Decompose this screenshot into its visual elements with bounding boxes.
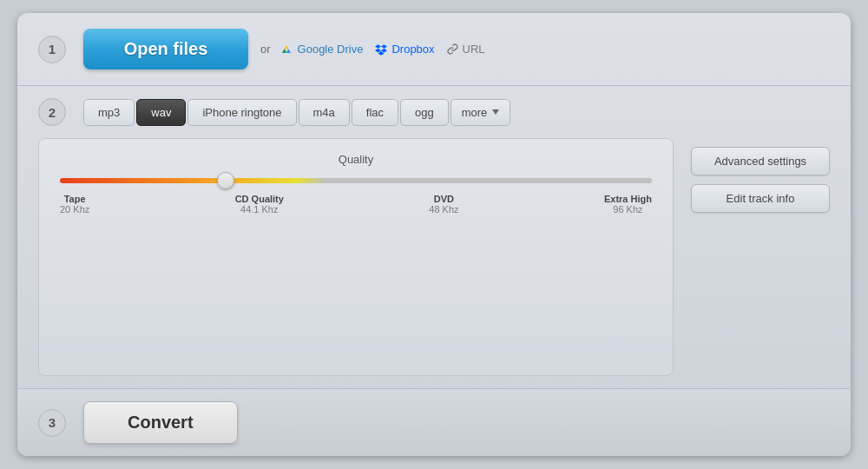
tab-mp3[interactable]: mp3 [83,99,135,126]
open-files-button[interactable]: Open files [83,29,248,69]
google-drive-icon [279,43,293,56]
url-link[interactable]: URL [447,43,485,56]
step1-number: 1 [38,36,66,63]
more-chevron-icon [492,109,499,115]
tab-ogg[interactable]: ogg [400,99,449,126]
marker-dvd: DVD 48 Khz [429,194,458,215]
or-text: or [260,43,271,56]
step2-number: 2 [38,98,66,126]
right-buttons: Advanced settings Edit track info [691,138,830,376]
step3-number: 3 [38,409,66,437]
marker-extrahigh-freq: 96 Khz [613,204,642,215]
step2-header: 2 mp3 wav iPhone ringtone m4a flac ogg m… [38,98,830,126]
step2-content: Quality Tape 20 Khz CD Quality 44.1 Khz [38,138,830,376]
step3-section: 3 Convert [17,389,851,456]
marker-tape-freq: 20 Khz [60,204,89,215]
quality-panel: Quality Tape 20 Khz CD Quality 44.1 Khz [38,138,674,376]
convert-button[interactable]: Convert [83,401,238,444]
marker-tape: Tape 20 Khz [60,194,89,215]
dropbox-link[interactable]: Dropbox [375,43,434,56]
marker-extrahigh: Extra High 96 Khz [604,194,652,215]
tab-iphone-ringtone[interactable]: iPhone ringtone [187,99,296,126]
dropbox-icon [375,43,387,56]
url-link-icon [447,43,458,55]
slider-container [60,178,652,183]
marker-cd: CD Quality 44.1 Khz [235,194,284,215]
quality-label: Quality [339,153,373,166]
marker-cd-freq: 44.1 Khz [240,204,278,215]
format-tabs: mp3 wav iPhone ringtone m4a flac ogg mor… [83,99,510,126]
google-drive-label: Google Drive [298,43,364,56]
cloud-links: Google Drive Dropbox URL [279,43,485,56]
tab-more[interactable]: more [450,99,511,126]
google-drive-link[interactable]: Google Drive [279,43,364,56]
more-label: more [462,106,488,119]
tab-m4a[interactable]: m4a [299,99,350,126]
step1-section: 1 Open files or Google Drive [17,13,851,86]
quality-markers: Tape 20 Khz CD Quality 44.1 Khz DVD 48 K… [60,194,652,215]
tab-wav[interactable]: wav [136,99,186,126]
step2-section: 2 mp3 wav iPhone ringtone m4a flac ogg m… [17,86,851,389]
tab-flac[interactable]: flac [352,99,398,126]
url-label: URL [463,43,485,56]
app-container: 1 Open files or Google Drive [17,13,851,456]
edit-track-info-button[interactable]: Edit track info [691,184,830,213]
advanced-settings-button[interactable]: Advanced settings [691,147,830,175]
dropbox-label: Dropbox [391,43,434,56]
marker-dvd-freq: 48 Khz [429,204,458,215]
